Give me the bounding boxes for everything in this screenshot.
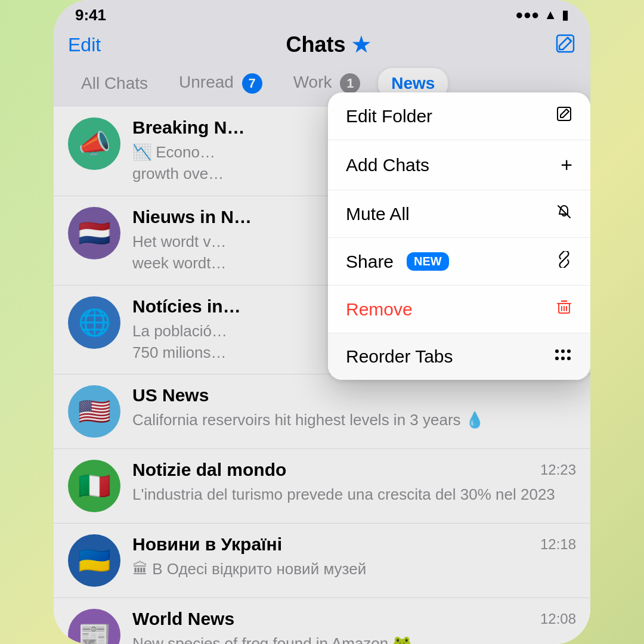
menu-item-share[interactable]: Share NEW — [328, 238, 590, 286]
bell-off-icon — [556, 203, 572, 224]
svg-point-11 — [561, 357, 565, 360]
menu-item-label: Edit Folder — [346, 106, 432, 126]
reorder-icon — [553, 347, 572, 366]
link-icon — [556, 251, 572, 272]
svg-point-7 — [555, 349, 559, 353]
menu-item-edit-folder[interactable]: Edit Folder — [328, 92, 590, 140]
svg-point-10 — [555, 357, 559, 360]
menu-item-remove[interactable]: Remove — [328, 286, 590, 333]
menu-item-label: Reorder Tabs — [346, 346, 453, 367]
trash-icon — [556, 299, 572, 320]
svg-rect-1 — [558, 107, 571, 120]
plus-icon: + — [561, 153, 572, 177]
svg-point-12 — [567, 357, 571, 360]
new-badge: NEW — [407, 252, 449, 271]
menu-item-mute-all[interactable]: Mute All — [328, 190, 590, 238]
context-menu: Edit Folder Add Chats + Mute All — [328, 92, 590, 380]
menu-item-label: Mute All — [346, 204, 410, 224]
menu-item-reorder-tabs[interactable]: Reorder Tabs — [328, 333, 590, 380]
edit-icon — [556, 106, 572, 126]
menu-item-add-chats[interactable]: Add Chats + — [328, 140, 590, 190]
svg-point-9 — [567, 349, 571, 353]
menu-item-label: Remove — [346, 299, 413, 320]
svg-line-2 — [562, 258, 566, 261]
svg-point-8 — [561, 349, 565, 353]
menu-item-label: Share NEW — [346, 252, 449, 272]
menu-item-label: Add Chats — [346, 155, 429, 175]
